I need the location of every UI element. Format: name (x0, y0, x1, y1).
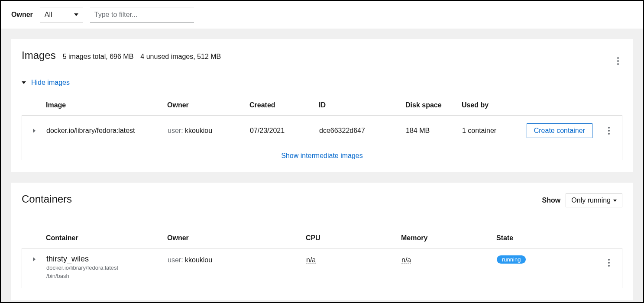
containers-table: thirsty_wiles docker.io/library/fedora:l… (22, 248, 622, 288)
col-cpu: CPU (306, 234, 401, 242)
chevron-down-icon (74, 13, 78, 16)
owner-select[interactable]: All (40, 7, 83, 23)
image-owner: user: kkoukiou (168, 127, 250, 135)
container-sub-image: docker.io/library/fedora:latest (46, 264, 168, 272)
image-id: dce66322d647 (319, 127, 406, 135)
images-title: Images (22, 49, 56, 61)
owner-select-value: All (45, 11, 52, 19)
owner-label: Owner (11, 11, 33, 19)
show-filter-select[interactable]: Only running (566, 193, 622, 207)
chevron-down-icon (22, 81, 26, 84)
col-disk: Disk space (405, 101, 462, 109)
image-created: 07/23/2021 (250, 127, 319, 135)
col-state: State (496, 234, 596, 242)
images-summary-unused: 4 unused images, 512 MB (140, 53, 221, 61)
col-memory: Memory (401, 234, 496, 242)
state-badge: running (497, 255, 526, 264)
containers-header: Containers Show Only running (22, 193, 622, 207)
container-name-cell: thirsty_wiles docker.io/library/fedora:l… (46, 255, 168, 280)
col-id: ID (319, 101, 405, 109)
image-row: docker.io/library/fedora:latest user: kk… (22, 115, 622, 146)
col-image: Image (46, 101, 167, 109)
page-body: Images 5 images total, 696 MB 4 unused i… (1, 29, 643, 302)
container-cpu: n/a (306, 255, 401, 264)
container-owner: user: kkoukiou (168, 255, 306, 264)
show-label: Show (542, 197, 561, 204)
expand-row-icon[interactable] (33, 129, 36, 133)
containers-card: Containers Show Only running Container O… (11, 183, 633, 300)
hide-images-toggle[interactable]: Hide images (22, 79, 622, 87)
col-container: Container (46, 234, 167, 242)
create-container-button[interactable]: Create container (527, 123, 592, 138)
show-intermediate-row: Show intermediate images (22, 146, 622, 160)
container-row: thirsty_wiles docker.io/library/fedora:l… (22, 248, 622, 288)
images-table-header: Image Owner Created ID Disk space Used b… (22, 95, 622, 115)
images-header: Images 5 images total, 696 MB 4 unused i… (22, 49, 622, 68)
hide-images-label: Hide images (31, 79, 70, 87)
image-usedby: 1 container (462, 127, 509, 135)
image-row-kebab[interactable] (605, 123, 613, 138)
container-state: running (497, 255, 596, 264)
col-created: Created (249, 101, 319, 109)
expand-row-icon[interactable] (33, 257, 36, 261)
container-sub-cmd: /bin/bash (46, 273, 168, 280)
filter-toolbar: Owner All (1, 1, 643, 29)
chevron-down-icon (613, 200, 617, 202)
images-card: Images 5 images total, 696 MB 4 unused i… (11, 39, 633, 172)
col-owner: Owner (167, 234, 306, 242)
container-memory: n/a (401, 255, 497, 264)
container-name: thirsty_wiles (46, 255, 168, 264)
show-filter-value: Only running (571, 197, 611, 204)
images-summary-total: 5 images total, 696 MB (63, 53, 134, 61)
image-disk: 184 MB (406, 127, 462, 135)
col-owner: Owner (167, 101, 249, 109)
containers-title: Containers (22, 193, 72, 205)
containers-table-header: Container Owner CPU Memory State (22, 228, 622, 248)
image-name: docker.io/library/fedora:latest (46, 127, 168, 135)
filter-input[interactable] (90, 7, 194, 23)
images-kebab-menu[interactable] (614, 54, 622, 68)
show-intermediate-link[interactable]: Show intermediate images (281, 152, 363, 159)
col-usedby: Used by (462, 101, 510, 109)
images-table: docker.io/library/fedora:latest user: kk… (22, 115, 622, 160)
container-row-kebab[interactable] (605, 255, 613, 270)
